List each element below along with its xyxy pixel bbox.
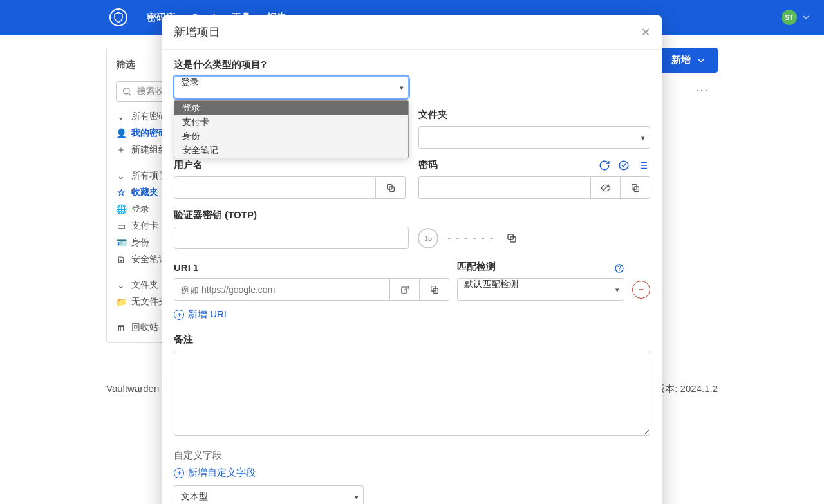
remove-uri-button[interactable] xyxy=(632,281,650,299)
add-item-modal: 新增项目 × 这是什么类型的项目? 登录 ▾ 登录 支付卡 身份 安全笔记 xyxy=(162,15,662,356)
type-option-card[interactable]: 支付卡 xyxy=(174,115,408,129)
svg-point-4 xyxy=(619,161,628,170)
eye-off-icon xyxy=(601,183,611,193)
check-circle-icon xyxy=(618,160,630,171)
item-type-dropdown: 登录 支付卡 身份 安全笔记 xyxy=(174,100,409,158)
copy-icon xyxy=(630,183,641,193)
type-option-login[interactable]: 登录 xyxy=(174,101,408,115)
refresh-icon xyxy=(599,160,610,171)
modal-title: 新增项目 xyxy=(174,24,220,40)
password-history-button[interactable] xyxy=(636,158,650,173)
match-label: 匹配检测 xyxy=(457,261,496,273)
username-label: 用户名 xyxy=(174,159,406,171)
totp-label: 验证器密钥 (TOTP) xyxy=(174,209,650,221)
modal-close-button[interactable]: × xyxy=(641,24,650,40)
generate-password-button[interactable] xyxy=(597,158,612,173)
folder-select[interactable] xyxy=(418,126,650,149)
type-label: 这是什么类型的项目? xyxy=(174,59,650,71)
folder-label: 文件夹 xyxy=(418,109,650,121)
type-option-identity[interactable]: 身份 xyxy=(174,129,408,144)
copy-icon xyxy=(506,232,518,244)
check-password-button[interactable] xyxy=(617,158,631,173)
uri-input[interactable] xyxy=(174,278,390,301)
help-icon[interactable] xyxy=(614,263,624,275)
add-uri-link[interactable]: ＋ 新增 URI xyxy=(174,308,650,321)
notes-label: 备注 xyxy=(174,333,650,346)
password-input[interactable] xyxy=(418,176,591,199)
username-input[interactable] xyxy=(174,176,376,199)
uri-label: URI 1 xyxy=(174,262,449,273)
modal-backdrop: 新增项目 × 这是什么类型的项目? 登录 ▾ 登录 支付卡 身份 安全笔记 xyxy=(0,0,824,356)
notes-textarea[interactable] xyxy=(174,351,650,356)
match-detection-select[interactable]: 默认匹配检测 xyxy=(457,278,624,301)
toggle-password-visibility[interactable] xyxy=(591,176,621,199)
totp-code: - - - - - - xyxy=(447,232,494,243)
type-option-secure-note[interactable]: 安全笔记 xyxy=(174,144,408,158)
copy-username-button[interactable] xyxy=(376,176,406,199)
copy-uri-button[interactable] xyxy=(420,278,449,301)
password-label: 密码 xyxy=(418,159,438,171)
copy-totp-button[interactable] xyxy=(503,230,520,247)
copy-icon xyxy=(429,285,440,295)
copy-icon xyxy=(386,183,396,193)
item-type-select[interactable]: 登录 xyxy=(174,76,409,98)
list-icon xyxy=(637,160,649,171)
external-link-icon xyxy=(400,285,410,295)
plus-circle-icon: ＋ xyxy=(174,310,184,320)
launch-uri-button[interactable] xyxy=(390,278,420,301)
copy-password-button[interactable] xyxy=(621,176,650,199)
totp-timer: 15 xyxy=(418,228,438,248)
totp-input[interactable] xyxy=(174,227,409,249)
minus-icon xyxy=(637,285,646,294)
